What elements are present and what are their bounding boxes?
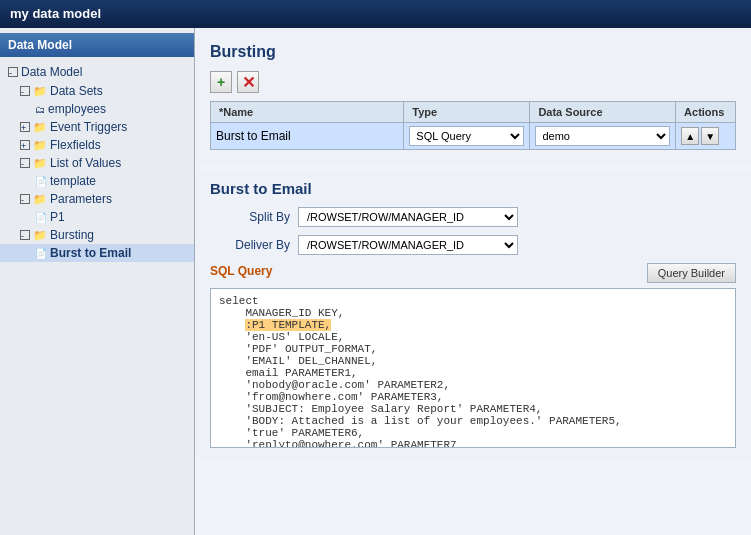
sidebar-item-employees[interactable]: 🗂 employees: [0, 100, 194, 118]
folder-icon: 📁: [33, 229, 47, 242]
folder-icon: 📁: [33, 121, 47, 134]
query-builder-button[interactable]: Query Builder: [647, 263, 736, 283]
expand-icon[interactable]: -: [8, 67, 18, 77]
bursting-section: Bursting + ✕ *Name Type Data Source Acti…: [195, 28, 751, 165]
doc-icon: 📄: [35, 176, 47, 187]
burst-detail-section: Burst to Email Split By /ROWSET/ROW/MANA…: [195, 170, 751, 458]
sql-textarea[interactable]: select MANAGER_ID KEY, :P1 TEMPLATE, 'en…: [210, 288, 736, 448]
title-bar: my data model: [0, 0, 751, 28]
sidebar-item-burst-to-email[interactable]: 📄 Burst to Email: [0, 244, 194, 262]
burst-datasource-cell: demo default: [530, 123, 676, 150]
deliver-by-select[interactable]: /ROWSET/ROW/MANAGER_ID /ROWSET/ROW/EMPLO…: [298, 235, 518, 255]
burst-type-select[interactable]: SQL Query PL/SQL: [409, 126, 524, 146]
sql-highlight: :P1 TEMPLATE,: [245, 319, 331, 331]
doc-icon: 📄: [35, 212, 47, 223]
sidebar-item-p1[interactable]: 📄 P1: [0, 208, 194, 226]
burst-name-input[interactable]: [216, 129, 398, 143]
expand-icon[interactable]: +: [20, 140, 30, 150]
expand-icon[interactable]: -: [20, 230, 30, 240]
deliver-by-row: Deliver By /ROWSET/ROW/MANAGER_ID /ROWSE…: [210, 235, 736, 255]
sidebar: Data Model - Data Model - 📁 Data Sets 🗂 …: [0, 28, 195, 535]
col-datasource: Data Source: [530, 102, 676, 123]
sql-query-section: SQL Query Query Builder select MANAGER_I…: [210, 263, 736, 448]
expand-icon[interactable]: -: [20, 194, 30, 204]
sidebar-label-p1: P1: [50, 210, 65, 224]
sidebar-label-template: template: [50, 174, 96, 188]
move-down-button[interactable]: ▼: [701, 127, 719, 145]
burst-name-cell: [211, 123, 404, 150]
burst-type-cell: SQL Query PL/SQL: [404, 123, 530, 150]
move-up-button[interactable]: ▲: [681, 127, 699, 145]
sidebar-label-parameters: Parameters: [50, 192, 112, 206]
sidebar-item-list-of-values[interactable]: - 📁 List of Values: [0, 154, 194, 172]
folder-icon: 📁: [33, 157, 47, 170]
sidebar-label-event-triggers: Event Triggers: [50, 120, 127, 134]
col-actions: Actions: [676, 102, 736, 123]
bursting-toolbar: + ✕: [210, 71, 736, 93]
folder-icon: 📁: [33, 139, 47, 152]
col-name: *Name: [211, 102, 404, 123]
sidebar-item-flexfields[interactable]: + 📁 Flexfields: [0, 136, 194, 154]
folder-icon: 📁: [33, 193, 47, 206]
sidebar-item-bursting[interactable]: - 📁 Bursting: [0, 226, 194, 244]
title-text: my data model: [10, 6, 101, 21]
split-by-row: Split By /ROWSET/ROW/MANAGER_ID /ROWSET/…: [210, 207, 736, 227]
bursting-title: Bursting: [210, 43, 736, 61]
add-bursting-button[interactable]: +: [210, 71, 232, 93]
expand-icon[interactable]: -: [20, 158, 30, 168]
sidebar-item-data-sets[interactable]: - 📁 Data Sets: [0, 82, 194, 100]
expand-icon[interactable]: -: [20, 86, 30, 96]
col-type: Type: [404, 102, 530, 123]
db-icon: 🗂: [35, 104, 45, 115]
sql-query-label: SQL Query: [210, 264, 272, 278]
split-by-select[interactable]: /ROWSET/ROW/MANAGER_ID /ROWSET/ROW/EMPLO…: [298, 207, 518, 227]
deliver-by-label: Deliver By: [210, 238, 290, 252]
delete-bursting-button[interactable]: ✕: [237, 71, 259, 93]
sidebar-label-bursting: Bursting: [50, 228, 94, 242]
table-row: SQL Query PL/SQL demo default: [211, 123, 736, 150]
sidebar-label-data-sets: Data Sets: [50, 84, 103, 98]
bursting-table: *Name Type Data Source Actions SQL Quer: [210, 101, 736, 150]
sidebar-item-template[interactable]: 📄 template: [0, 172, 194, 190]
sidebar-item-data-model[interactable]: - Data Model: [0, 62, 194, 82]
sidebar-label-burst-to-email: Burst to Email: [50, 246, 131, 260]
sidebar-label-flexfields: Flexfields: [50, 138, 101, 152]
burst-detail-title: Burst to Email: [210, 180, 736, 197]
burst-actions-cell: ▲ ▼: [676, 123, 736, 150]
burst-doc-icon: 📄: [35, 248, 47, 259]
sidebar-label-employees: employees: [48, 102, 106, 116]
folder-icon: 📁: [33, 85, 47, 98]
split-by-label: Split By: [210, 210, 290, 224]
expand-icon[interactable]: +: [20, 122, 30, 132]
burst-datasource-select[interactable]: demo default: [535, 126, 670, 146]
sidebar-item-event-triggers[interactable]: + 📁 Event Triggers: [0, 118, 194, 136]
sidebar-item-parameters[interactable]: - 📁 Parameters: [0, 190, 194, 208]
sidebar-header: Data Model: [0, 33, 194, 57]
content-area: Bursting + ✕ *Name Type Data Source Acti…: [195, 28, 751, 535]
sidebar-label-data-model: Data Model: [21, 65, 82, 79]
sidebar-label-list-of-values: List of Values: [50, 156, 121, 170]
